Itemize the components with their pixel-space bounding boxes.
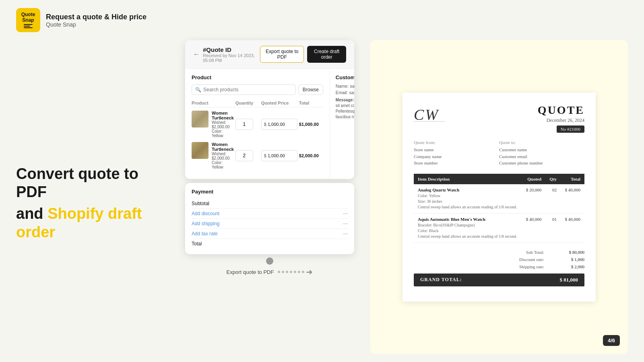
pdf-item-1-qty: 02 (545, 184, 561, 214)
pdf-grand-total-row: GRAND TOTAL: $ 81,000 (414, 274, 584, 286)
product-table-header: Product Quantity Quoted Price Total (192, 99, 323, 107)
back-arrow-icon[interactable]: ← (193, 51, 200, 58)
dash-dot-4 (290, 271, 292, 273)
pdf-discount-label: Discount rate: (504, 257, 544, 262)
message-label: Message: (336, 98, 354, 102)
export-label: Export quote to PDF (227, 269, 274, 275)
pdf-totals: Sub Total: $ 80,000 Discount rate: $ 1,0… (414, 249, 584, 286)
pdf-item-2-total: $ 40,000 (561, 213, 584, 243)
pdf-subtotal-label: Sub Total: (504, 250, 544, 255)
customer-email-field: Email: sample email (336, 90, 354, 95)
main-content: Convert quote to PDF and Shopify draft o… (0, 40, 644, 362)
export-pdf-button[interactable]: Export quote to PDF (260, 46, 304, 63)
right-panel: CW QUOTE December 26, 2024 No #21000 (370, 40, 628, 354)
pdf-to-line-2: Customer email (499, 153, 584, 160)
dash-dot-3 (286, 271, 288, 273)
add-tax-link[interactable]: Add tax rate (192, 231, 218, 237)
pdf-shipping-value: $ 2,000 (556, 264, 584, 269)
pdf-item-1-quoted: $ 20,000 (522, 184, 545, 214)
browse-button[interactable]: Browse (298, 84, 323, 95)
quote-id-info: #Quote ID Received by Nov 14 2023, 05:08… (203, 46, 260, 63)
shipping-dash: — (343, 221, 348, 226)
col-product: Product (192, 101, 234, 105)
quote-body: Product 🔍 Browse Product Quantity Quoted… (185, 69, 354, 179)
customer-section: Customer Name: sample name Email: sample… (330, 69, 354, 179)
pdf-item-2-quoted: $ 40,000 (522, 213, 545, 243)
pdf-from-line-2: Company name (414, 153, 499, 160)
payment-shipping-row: Add shipping — (192, 219, 348, 229)
pdf-card: CW QUOTE December 26, 2024 No #21000 (402, 93, 596, 302)
pdf-item-2-detail-2: Color: Black (418, 228, 518, 234)
add-discount-link[interactable]: Add discount (192, 211, 219, 216)
svg-text:CW: CW (414, 106, 439, 123)
search-input-wrap: 🔍 (192, 84, 296, 95)
quote-card-header: ← #Quote ID Received by Nov 14 2023, 05:… (185, 40, 354, 69)
total-label: Total (192, 241, 202, 247)
headline-line2: and Shopify draft order (16, 205, 169, 241)
product-section-title: Product (192, 74, 323, 80)
logo-lines (24, 24, 33, 28)
pdf-shipping-row: Shipping rate: $ 2,000 (414, 263, 584, 270)
pdf-item-1-detail-1: Color: Yellow (418, 193, 518, 199)
dash-dot-1 (278, 271, 280, 273)
dashed-arrow: ➜ (278, 268, 313, 276)
customer-section-title: Customer (336, 74, 354, 80)
search-row: 🔍 Browse (192, 84, 323, 95)
product-name-1: Women Turtleneck (212, 111, 234, 120)
quote-id-section: ← #Quote ID Received by Nov 14 2023, 05:… (193, 46, 260, 63)
pdf-to: Quote to: Customer name Customer email C… (499, 140, 584, 167)
dash-dot-5 (294, 271, 296, 273)
col-quantity: Quantity (235, 101, 260, 105)
pdf-discount-row: Discount rate: $ 1,000 (414, 256, 584, 263)
pdf-grand-label: GRAND TOTAL: (420, 277, 462, 283)
pdf-discount-value: $ 1,000 (556, 257, 584, 262)
pdf-item-1-detail-2: Size: 36 inches (418, 199, 518, 204)
product-row-2: Women Turtleneck Wished: $2,000.00 Color… (192, 142, 323, 169)
pdf-background: CW QUOTE December 26, 2024 No #21000 (370, 40, 628, 354)
dash-dot-2 (282, 271, 284, 273)
pdf-item-1-detail-3: Central sweep hand allows an accurate re… (418, 204, 518, 210)
payment-section-title: Payment (192, 189, 348, 195)
col-quoted: Quoted (522, 174, 545, 184)
customer-message: Message: Lorem ipsum dolor sit amet cons… (336, 97, 354, 120)
headline-line1: Convert quote to PDF (16, 165, 169, 202)
product-thumb-2 (192, 142, 208, 159)
qty-input-2[interactable]: 2 (235, 150, 253, 161)
product-wished-1: Wished: $2,000.00 (212, 120, 234, 129)
subtotal-label: Subtotal (192, 201, 209, 206)
export-label-row: Export quote to PDF ➜ (227, 268, 313, 276)
pdf-shipping-label: Shipping rate: (504, 264, 544, 269)
pdf-item-2-detail-3: Central sweep hand allows an accurate re… (418, 234, 518, 239)
total-value-2: $2,000.00 (299, 153, 323, 158)
pdf-from-line-3: Store number (414, 160, 499, 167)
logo-line-1 (24, 24, 33, 25)
pdf-item-1-name: Analog Quartz Watch (418, 187, 518, 192)
export-area: Export quote to PDF ➜ (185, 257, 354, 276)
add-shipping-link[interactable]: Add shipping (192, 221, 219, 226)
pdf-item-2-name: Aquis Automatic Blue Men's Watch (418, 217, 518, 222)
pdf-item-2-qty: 01 (545, 213, 561, 243)
pdf-from-label: Quote from: (414, 140, 499, 145)
pdf-logo-svg: CW (414, 104, 446, 124)
pdf-number-badge: No #21000 (557, 125, 584, 133)
col-total: Total (561, 174, 584, 184)
payment-card: Payment Subtotal Add discount — Add ship… (185, 183, 354, 254)
pdf-logo-area: CW (414, 104, 446, 128)
search-input[interactable] (203, 87, 292, 93)
price-value-2: 1,000.00 (268, 153, 285, 158)
pdf-top-section: CW QUOTE December 26, 2024 No #21000 (414, 104, 584, 133)
pdf-from: Quote from: Store name Company name Stor… (414, 140, 499, 167)
payment-total-row: Total (192, 239, 348, 249)
logo-line-3 (24, 27, 33, 28)
payment-discount-row: Add discount — (192, 209, 348, 219)
pdf-subtotal-value: $ 80,000 (556, 250, 584, 255)
pdf-from-line-1: Store name (414, 146, 499, 153)
create-draft-button[interactable]: Create draft order (307, 46, 346, 63)
pdf-table-row-2: Aquis Automatic Blue Men's Watch Bracele… (414, 213, 584, 243)
headline-and: and (16, 205, 47, 222)
pdf-date: December 26, 2024 (538, 117, 584, 123)
pdf-subtotal-row: Sub Total: $ 80,000 (414, 249, 584, 256)
discount-dash: — (343, 211, 348, 216)
export-dot (266, 257, 273, 265)
qty-input-1[interactable]: 1 (235, 119, 253, 130)
